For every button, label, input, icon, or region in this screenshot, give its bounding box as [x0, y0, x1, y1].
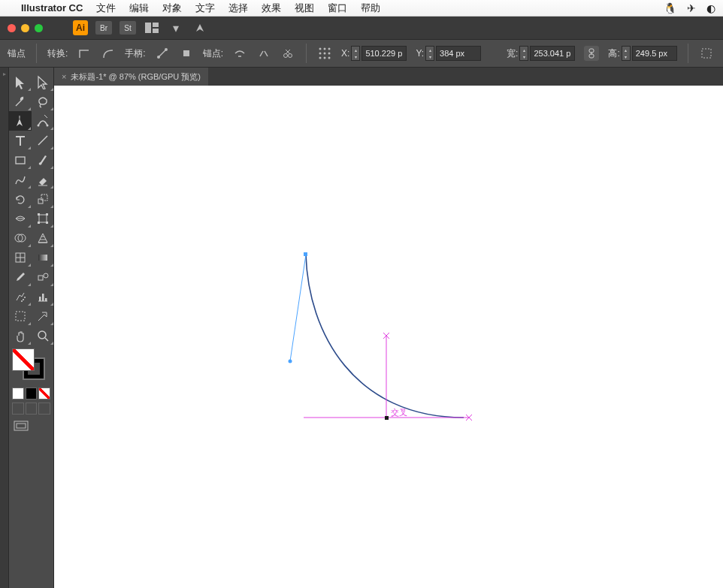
shape-builder-tool[interactable]: [9, 228, 32, 248]
bridge-button[interactable]: Br: [95, 21, 112, 35]
mac-menubar: Illustrator CC 文件 编辑 对象 文字 选择 效果 视图 窗口 帮…: [0, 0, 723, 17]
paintbrush-tool[interactable]: [32, 150, 54, 170]
svg-point-13: [324, 48, 326, 50]
svg-point-8: [284, 54, 288, 58]
svg-point-9: [289, 54, 292, 58]
width-stepper[interactable]: ▴▾: [519, 46, 528, 61]
gpu-rocket-icon[interactable]: [192, 21, 208, 35]
minimize-window-button[interactable]: [21, 24, 29, 32]
scale-tool[interactable]: [32, 189, 54, 209]
remove-anchor-button[interactable]: [232, 46, 247, 61]
draw-inside-button[interactable]: [38, 403, 50, 415]
svg-rect-50: [39, 297, 41, 301]
svg-rect-24: [702, 49, 711, 58]
blend-tool[interactable]: [32, 267, 54, 287]
menu-help[interactable]: 帮助: [361, 2, 380, 15]
cut-anchor-button[interactable]: [280, 46, 295, 61]
document-tab[interactable]: × 未标题-1* @ 87% (RGB/GPU 预览): [54, 68, 208, 86]
isolate-button[interactable]: [699, 46, 714, 61]
convert-smooth-button[interactable]: [101, 46, 116, 61]
hide-handles-button[interactable]: [179, 46, 194, 61]
menu-edit[interactable]: 编辑: [129, 2, 149, 15]
svg-point-5: [165, 48, 168, 51]
draw-normal-button[interactable]: [12, 403, 24, 415]
x-input[interactable]: [362, 46, 407, 61]
slice-tool[interactable]: [32, 306, 54, 326]
svg-rect-2: [153, 29, 159, 33]
width-tool[interactable]: [9, 209, 32, 228]
menu-window[interactable]: 窗口: [328, 2, 347, 15]
fill-stroke-swatches[interactable]: [9, 345, 53, 386]
menu-view[interactable]: 视图: [295, 2, 314, 15]
height-input[interactable]: [632, 46, 677, 61]
rotate-tool[interactable]: [9, 189, 32, 209]
artboard-tool[interactable]: [9, 306, 32, 326]
graph-tool[interactable]: [32, 287, 54, 306]
gradient-tool[interactable]: [32, 248, 54, 267]
menu-effect[interactable]: 效果: [262, 2, 281, 15]
mesh-tool[interactable]: [9, 248, 32, 267]
type-tool[interactable]: [9, 131, 32, 150]
curvature-tool[interactable]: [32, 111, 54, 131]
document-tab-strip: × 未标题-1* @ 87% (RGB/GPU 预览): [54, 68, 723, 86]
svg-line-55: [45, 338, 48, 341]
shaper-tool[interactable]: [9, 170, 32, 189]
screen-mode-button[interactable]: [9, 416, 53, 440]
convert-label: 转换:: [47, 47, 68, 60]
gradient-mode-button[interactable]: [26, 387, 38, 400]
svg-point-48: [21, 300, 23, 302]
app-menu[interactable]: Illustrator CC: [21, 2, 83, 14]
arrange-documents-button[interactable]: [144, 21, 160, 35]
svg-rect-35: [46, 213, 48, 216]
telegram-icon[interactable]: ✈: [687, 2, 696, 14]
direct-selection-tool[interactable]: [32, 72, 54, 92]
stock-button[interactable]: St: [119, 21, 136, 35]
control-bar: 锚点 转换: 手柄: 锚点: X: ▴▾ Y: ▴▾ 宽: ▴▾ 高: ▴▾: [0, 39, 723, 68]
menu-text[interactable]: 文字: [195, 2, 215, 15]
connect-anchor-button[interactable]: [256, 46, 271, 61]
show-handles-button[interactable]: [155, 46, 170, 61]
svg-point-4: [157, 56, 160, 59]
menu-file[interactable]: 文件: [96, 2, 116, 15]
menu-object[interactable]: 对象: [162, 2, 182, 15]
magic-wand-tool[interactable]: [9, 92, 32, 111]
svg-rect-34: [38, 213, 40, 216]
rectangle-tool[interactable]: [9, 150, 32, 170]
free-transform-tool[interactable]: [32, 209, 54, 228]
fill-swatch[interactable]: [12, 348, 35, 371]
reference-point-button[interactable]: [317, 46, 332, 61]
line-tool[interactable]: [32, 131, 54, 150]
width-input[interactable]: [530, 46, 575, 61]
close-tab-icon[interactable]: ×: [62, 72, 66, 81]
height-stepper[interactable]: ▴▾: [622, 46, 631, 61]
svg-rect-51: [42, 294, 44, 301]
svg-point-12: [319, 48, 322, 50]
symbol-sprayer-tool[interactable]: [9, 287, 32, 306]
selection-tool[interactable]: [9, 72, 32, 92]
x-stepper[interactable]: ▴▾: [351, 46, 360, 61]
close-window-button[interactable]: [8, 24, 16, 32]
lasso-tool[interactable]: [32, 92, 54, 111]
draw-behind-button[interactable]: [26, 403, 38, 415]
perspective-tool[interactable]: [32, 228, 54, 248]
eyedropper-tool[interactable]: [9, 267, 32, 287]
menu-select[interactable]: 选择: [228, 2, 248, 15]
canvas[interactable]: 交叉: [54, 86, 723, 588]
link-dimensions-button[interactable]: [584, 46, 599, 61]
y-stepper[interactable]: ▴▾: [425, 46, 434, 61]
zoom-window-button[interactable]: [35, 24, 43, 32]
panel-gutter[interactable]: ▸: [0, 68, 9, 588]
zoom-tool[interactable]: [32, 326, 54, 345]
hand-tool[interactable]: [9, 326, 32, 345]
none-mode-button[interactable]: [38, 387, 50, 400]
svg-rect-53: [16, 312, 25, 321]
color-mode-button[interactable]: [12, 387, 24, 400]
penguin-icon[interactable]: 🐧: [664, 2, 676, 14]
eraser-tool[interactable]: [32, 170, 54, 189]
y-input[interactable]: [436, 46, 481, 61]
chevron-down-icon[interactable]: ▾: [168, 21, 184, 35]
circle-icon[interactable]: ◐: [706, 2, 715, 14]
svg-line-3: [159, 50, 166, 57]
pen-tool[interactable]: [9, 111, 32, 131]
convert-corner-button[interactable]: [77, 46, 92, 61]
